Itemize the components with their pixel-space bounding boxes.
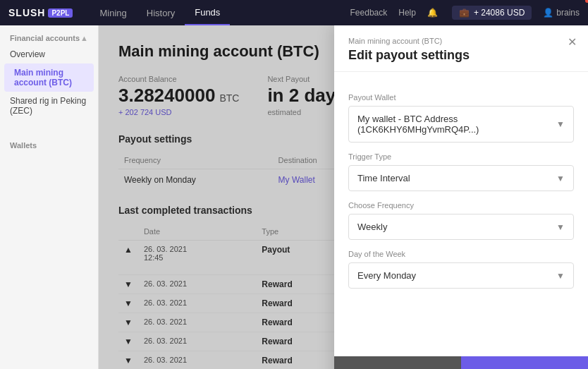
- frequency-select[interactable]: Weekly ▼: [348, 214, 574, 240]
- sidebar: Financial accounts ▲ Overview Main minin…: [0, 25, 99, 369]
- wallet-select[interactable]: My wallet - BTC Address (1CK6KHY6MHgYvmR…: [348, 106, 574, 143]
- cancel-button[interactable]: Cancel: [334, 356, 461, 369]
- trigger-chevron-icon: ▼: [556, 174, 565, 183]
- modal-close-button[interactable]: ✕: [568, 35, 577, 49]
- frequency-select-value: Weekly: [357, 222, 387, 232]
- nav-bell[interactable]: 🔔: [427, 8, 441, 18]
- wallet-amount: + 24086 USD: [474, 8, 525, 18]
- nav-history[interactable]: History: [137, 0, 185, 25]
- modal-title: Edit payout settings: [348, 48, 574, 63]
- wallet-chevron-icon: ▼: [556, 119, 565, 129]
- sidebar-item-overview[interactable]: Overview: [0, 45, 98, 63]
- sidebar-item-shared-zec[interactable]: Shared rig in Peking (ZEC): [0, 92, 98, 120]
- main-layout: Financial accounts ▲ Overview Main minin…: [0, 25, 588, 369]
- app: SLUSH P2PL Mining History Funds Feedback…: [0, 0, 588, 369]
- financial-accounts-label: Financial accounts: [10, 34, 80, 42]
- day-field-label: Day of the Week: [348, 250, 574, 258]
- day-chevron-icon: ▼: [556, 271, 565, 281]
- trigger-field-label: Trigger Type: [348, 152, 574, 161]
- sidebar-divider: [0, 126, 98, 131]
- wallets-label: Wallets: [0, 137, 98, 152]
- frequency-field-label: Choose Frequency: [348, 201, 574, 210]
- day-select-value: Every Monday: [357, 270, 416, 281]
- wallet-select-value: My wallet - BTC Address (1CK6KHY6MHgYvmR…: [357, 114, 556, 135]
- logo: SLUSH P2PL: [8, 7, 73, 18]
- nav-right: Feedback Help 🔔 💼 + 24086 USD 👤 brains: [350, 6, 580, 20]
- wallet-field-label: Payout Wallet: [348, 93, 574, 102]
- trigger-select-value: Time Interval: [357, 173, 410, 183]
- nav-funds[interactable]: Funds: [185, 0, 230, 25]
- sidebar-item-main-btc[interactable]: Main mining account (BTC): [4, 63, 94, 92]
- modal-footer: Cancel Confirm Changes: [334, 356, 588, 369]
- logo-text: SLUSH: [8, 7, 45, 18]
- confirm-button[interactable]: Confirm Changes: [461, 356, 588, 369]
- username: brains: [556, 8, 580, 18]
- trigger-select[interactable]: Time Interval ▼: [348, 165, 574, 191]
- nav-feedback[interactable]: Feedback: [350, 8, 388, 18]
- top-nav: SLUSH P2PL Mining History Funds Feedback…: [0, 0, 588, 25]
- user-button[interactable]: 👤 brains: [543, 8, 580, 18]
- modal: Main mining account (BTC) Edit payout se…: [334, 25, 588, 369]
- modal-header: Main mining account (BTC) Edit payout se…: [334, 25, 588, 72]
- wallet-button[interactable]: 💼 + 24086 USD: [452, 6, 532, 20]
- frequency-chevron-icon: ▼: [556, 222, 565, 232]
- main-content: Main mining account (BTC) ··· Account Ba…: [99, 25, 588, 369]
- user-icon: 👤: [543, 8, 553, 18]
- day-select[interactable]: Every Monday ▼: [348, 262, 574, 289]
- nav-help[interactable]: Help: [398, 8, 416, 18]
- modal-body: Payout Wallet My wallet - BTC Address (1…: [334, 72, 588, 356]
- wallet-icon: 💼: [459, 8, 470, 18]
- bell-dot: [585, 0, 588, 3]
- sidebar-collapse-icon[interactable]: ▲: [80, 34, 88, 42]
- modal-header-sub: Main mining account (BTC): [348, 37, 574, 45]
- nav-mining[interactable]: Mining: [90, 0, 136, 25]
- logo-badge: P2PL: [48, 8, 73, 18]
